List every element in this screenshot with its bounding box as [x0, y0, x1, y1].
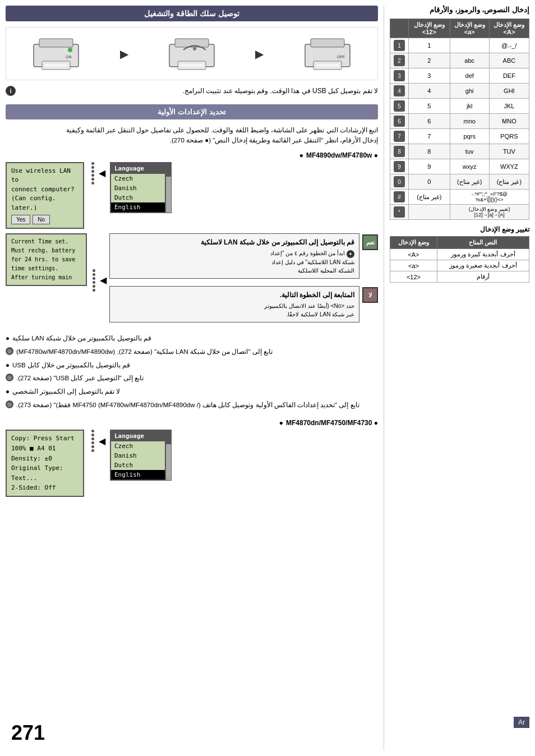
cell: TUV [489, 144, 529, 159]
no-button[interactable]: No [33, 215, 50, 224]
cell: mno [450, 114, 489, 129]
language-dropdown: Language Czech Danish Dutch English [110, 162, 166, 213]
svg-text:OFF: OFF [337, 55, 345, 59]
language-header: Language [111, 163, 165, 174]
cell: GHI [489, 84, 529, 99]
step2-arrow: ◀ [90, 233, 107, 327]
conn-item-5: لا تقم بالتوصيل إلى الكمبيوتر الشخصي ● [6, 386, 378, 398]
cell: MNO [489, 114, 529, 129]
mode-row: أرقام <12> [390, 271, 529, 283]
printer-on-icon: ON [31, 33, 81, 72]
model2-section: ● MF4870dn/MF4750/MF4730 ● Copy: Press S… [6, 419, 378, 497]
key-cell: 9 [390, 159, 409, 174]
no-step: المتابعة إلى الخطوة التالية. حدد <No> (أ… [109, 286, 378, 322]
cell: (غير متاح) [450, 174, 489, 190]
cell: @$?'!/=_^;;"'#*.-<>(){}[]\+&% [450, 190, 529, 205]
table-row: DEF def 3 3 [390, 68, 529, 84]
ar-label: Ar [514, 717, 529, 728]
lang2-czech[interactable]: Czech [111, 441, 165, 451]
connection-list: قم بالتوصيل بالكمبيوتر من خلال شبكة LAN … [6, 333, 378, 411]
table-row: PQRS pqrs 7 7 [390, 129, 529, 144]
step-arrow-area: ◀ [89, 162, 105, 185]
key-cell: 6 [390, 114, 409, 129]
yes-step-button[interactable]: نعم [362, 234, 378, 250]
key-cell: 4 [390, 84, 409, 99]
wireless-box: Use wireless LAN to connect computer? (C… [6, 162, 84, 229]
cell: 1 [409, 38, 450, 53]
key-cell: 7 [390, 129, 409, 144]
cell: pqrs [450, 129, 489, 144]
arrow-right-icon: ▶ [120, 47, 128, 61]
printer-mid-icon [167, 33, 217, 72]
key-cell: 5 [390, 99, 409, 114]
key-cell: 3 [390, 68, 409, 84]
arrow-right-icon2: ▶ [255, 47, 264, 61]
mode-col-mode: وضع الإدخال [390, 237, 437, 249]
lang2-danish[interactable]: Danish [111, 451, 165, 460]
svg-point-4 [68, 48, 72, 52]
yes-button[interactable]: Yes [11, 215, 30, 224]
cell [409, 205, 450, 220]
cell: jkl [450, 99, 489, 114]
table-row: (تغيير وضع الإدخال) [A]→[a]→[12] * [390, 205, 529, 220]
left-column: توصيل سلك الطاقة والتشغيل ON ▶ [6, 6, 384, 750]
lang-danish[interactable]: Danish [111, 183, 165, 193]
input-section-title: إدخال النصوص، والرموز، والأرقام [390, 6, 529, 14]
cell: ABC [489, 53, 529, 68]
input-mode-title: تغيير وضع الإدخال [390, 225, 529, 233]
table-row: @$?'!/=_^;;"'#*.-<>(){}[]\+&% (غير متاح)… [390, 190, 529, 205]
svg-rect-9 [181, 64, 203, 67]
cell: 9 [409, 159, 450, 174]
conn-item-1: قم بالتوصيل بالكمبيوتر من خلال شبكة LAN … [6, 333, 378, 344]
cell: WXYZ [489, 159, 529, 174]
lang-scrollbar[interactable] [166, 162, 172, 213]
copy-lcd-area: Copy: Press Start 100% ■ A4 01 Density: … [6, 430, 84, 497]
cell: abc [450, 53, 489, 68]
table-row: (غير متاح) (غير متاح) 0 0 [390, 174, 529, 190]
printers-display: ON ▶ ▶ [6, 27, 378, 80]
cell: 8 [409, 144, 450, 159]
circle-icon2: ◎ [6, 347, 13, 355]
initial-setup-section: تحديد الإعدادات الأولية اتبع الإرشادات ا… [6, 104, 378, 497]
mode-value: <12> [390, 271, 437, 283]
key-cell: 2 [390, 53, 409, 68]
lang-english[interactable]: English [111, 202, 165, 212]
lang-dutch[interactable]: Dutch [111, 193, 165, 202]
setup-section-header: تحديد الإعدادات الأولية [6, 104, 378, 119]
setup-intro-text: اتبع الإرشادات التي تظهر على الشاشة، واض… [6, 125, 378, 146]
model1-setup-display: Use wireless LAN to connect computer? (C… [6, 162, 378, 229]
yes-step-box: قم بالتوصيل إلى الكمبيوتر من خلال شبكة L… [109, 233, 359, 279]
col-header-key [390, 19, 409, 38]
circle-icon3: ◎ [6, 374, 13, 381]
cell: 7 [409, 129, 450, 144]
input-table: وضع الإدخال <A> وضع الإدخال <a> وضع الإد… [390, 19, 529, 220]
mode-text: أحرف أبجدية صغيرة ورموز [437, 260, 529, 271]
no-step-button[interactable]: لا [362, 287, 378, 303]
col-header-lower-a: وضع الإدخال <a> [450, 19, 489, 38]
lang2-english[interactable]: English [111, 470, 165, 480]
lang-czech[interactable]: Czech [111, 174, 165, 183]
cell: 3 [409, 68, 450, 84]
cell: 6 [409, 114, 450, 129]
table-row: JKL jkl 5 5 [390, 99, 529, 114]
language-box-model2: Language Czech Danish Dutch English [110, 430, 378, 481]
table-row: WXYZ wxyz 9 9 [390, 159, 529, 174]
conn-item-3: قم بالتوصيل بالكمبيوتر من خلال كابل USB … [6, 359, 378, 371]
page-number: 271 [11, 721, 45, 745]
printer-off-icon: OFF [302, 33, 353, 72]
lang2-scrollbar[interactable] [166, 430, 172, 481]
svg-point-10 [193, 47, 196, 50]
lang2-dutch[interactable]: Dutch [111, 460, 165, 470]
cell: JKL [489, 99, 529, 114]
language-header-2: Language [111, 431, 165, 441]
table-row: TUV tuv 8 8 [390, 144, 529, 159]
language-box-model1: Language Czech Danish Dutch English [110, 162, 378, 213]
cell: PQRS [489, 129, 529, 144]
right-column: إدخال النصوص، والرموز، والأرقام وضع الإد… [384, 6, 529, 750]
no-step-box: المتابعة إلى الخطوة التالية. حدد <No> (أ… [109, 286, 359, 322]
cell: ghi [450, 84, 489, 99]
cell: /_-.@ [489, 38, 529, 53]
mode-text: أحرف أبجدية كبيرة ورموز [437, 249, 529, 260]
circle-icon1: ● [347, 250, 354, 258]
svg-text:ON: ON [66, 55, 72, 59]
